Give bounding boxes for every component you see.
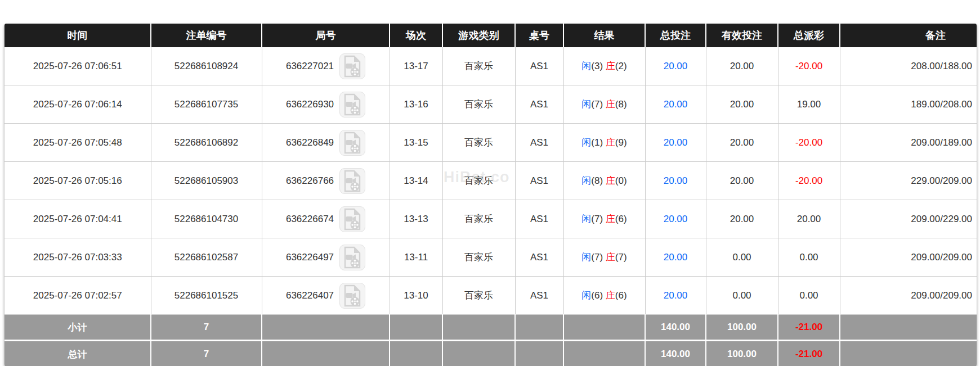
round-number-text: 636226497 — [286, 252, 334, 263]
cell-total-bet: 20.00 — [645, 238, 706, 277]
bet-record-row: 2025-07-26 07:06:51522686108924636227021… — [5, 47, 977, 85]
column-header-total_bet: 总投注 — [645, 24, 706, 47]
cell-session: 13-14 — [390, 162, 442, 200]
result-player-score: (1) — [591, 137, 603, 148]
video-replay-button[interactable] — [339, 168, 365, 194]
column-header-remark: 备注 — [840, 24, 977, 47]
result-player-label: 闲 — [581, 61, 591, 71]
cell-valid-bet: 20.00 — [706, 162, 778, 200]
result-banker-score: (2) — [615, 61, 627, 71]
cell-round-number: 636226497 — [262, 238, 390, 277]
video-file-icon — [343, 246, 362, 269]
summary-remark — [840, 341, 977, 366]
cell-valid-bet: 0.00 — [706, 277, 778, 315]
cell-table-number: AS1 — [515, 277, 563, 315]
cell-valid-bet: 20.00 — [706, 47, 778, 85]
summary-empty-session — [390, 341, 442, 366]
bet-record-row: 2025-07-26 07:05:16522686105903636226766… — [5, 162, 977, 200]
cell-remark: 229.00/209.00 — [840, 162, 977, 200]
summary-empty-result — [563, 315, 645, 341]
cell-result: 闲(6) 庄(6) — [563, 277, 645, 315]
cell-round-number: 636226766 — [262, 162, 390, 200]
summary-valid-bet: 100.00 — [706, 341, 778, 366]
video-file-icon — [343, 55, 362, 78]
summary-remark — [840, 315, 977, 341]
bet-records-table: 时间注单编号局号场次游戏类别桌号结果总投注有效投注总派彩备注 2025-07-2… — [5, 24, 977, 366]
cell-total-bet: 20.00 — [645, 200, 706, 238]
cell-round-number: 636226674 — [262, 200, 390, 238]
summary-empty-table — [515, 315, 563, 341]
cell-round-number: 636226930 — [262, 85, 390, 124]
cell-remark: 209.00/209.00 — [840, 277, 977, 315]
video-replay-button[interactable] — [339, 92, 365, 118]
bet-record-row: 2025-07-26 07:04:41522686104730636226674… — [5, 200, 977, 238]
cell-payout: -20.00 — [778, 47, 840, 85]
cell-game-type: 百家乐 — [442, 124, 515, 162]
video-replay-button[interactable] — [339, 206, 365, 232]
video-replay-button[interactable] — [339, 130, 365, 156]
column-header-game: 游戏类别 — [442, 24, 515, 47]
result-banker-label: 庄 — [606, 99, 615, 110]
cell-table-number: AS1 — [515, 162, 563, 200]
video-replay-button[interactable] — [339, 283, 365, 309]
cell-session: 13-13 — [390, 200, 442, 238]
cell-result: 闲(8) 庄(0) — [563, 162, 645, 200]
cell-bet-number: 522686107735 — [151, 85, 262, 124]
cell-payout: 20.00 — [778, 200, 840, 238]
cell-table-number: AS1 — [515, 85, 563, 124]
summary-empty-game — [442, 315, 515, 341]
round-number-text: 636226766 — [286, 175, 334, 187]
cell-game-type: 百家乐 — [442, 238, 515, 277]
cell-time: 2025-07-26 07:05:16 — [5, 162, 151, 200]
cell-time: 2025-07-26 07:05:48 — [5, 124, 151, 162]
result-banker-score: (6) — [615, 214, 627, 224]
summary-empty-session — [390, 315, 442, 341]
result-player-score: (8) — [591, 175, 603, 186]
grand-total-row: 总计7140.00100.00-21.00 — [5, 341, 977, 366]
cell-round-number: 636226407 — [262, 277, 390, 315]
video-replay-button[interactable] — [339, 53, 365, 79]
cell-payout: -20.00 — [778, 124, 840, 162]
cell-valid-bet: 20.00 — [706, 124, 778, 162]
cell-session: 13-10 — [390, 277, 442, 315]
round-number-text: 636226407 — [286, 290, 334, 301]
column-header-result: 结果 — [563, 24, 645, 47]
result-player-score: (7) — [591, 214, 603, 224]
result-banker-score: (7) — [615, 252, 627, 263]
summary-total-bet: 140.00 — [645, 341, 706, 366]
summary-payout: -21.00 — [778, 341, 840, 366]
cell-bet-number: 522686105903 — [151, 162, 262, 200]
cell-remark: 209.00/209.00 — [840, 238, 977, 277]
summary-empty-round — [262, 341, 390, 366]
result-player-label: 闲 — [581, 175, 591, 186]
cell-payout: 0.00 — [778, 238, 840, 277]
round-number-text: 636226674 — [286, 214, 334, 225]
cell-result: 闲(1) 庄(9) — [563, 124, 645, 162]
bet-record-row: 2025-07-26 07:06:14522686107735636226930… — [5, 85, 977, 124]
cell-session: 13-15 — [390, 124, 442, 162]
summary-empty-result — [563, 341, 645, 366]
cell-payout: -20.00 — [778, 162, 840, 200]
cell-table-number: AS1 — [515, 124, 563, 162]
bet-records-table-container: 时间注单编号局号场次游戏类别桌号结果总投注有效投注总派彩备注 2025-07-2… — [4, 24, 977, 366]
video-replay-button[interactable] — [339, 245, 365, 270]
result-player-label: 闲 — [581, 99, 591, 110]
result-player-score: (6) — [591, 290, 603, 301]
summary-empty-game — [442, 341, 515, 366]
cell-payout: 19.00 — [778, 85, 840, 124]
summary-count: 7 — [151, 341, 262, 366]
result-banker-label: 庄 — [606, 252, 615, 263]
cell-total-bet: 20.00 — [645, 277, 706, 315]
cell-valid-bet: 0.00 — [706, 238, 778, 277]
result-player-label: 闲 — [581, 137, 591, 148]
cell-result: 闲(3) 庄(2) — [563, 47, 645, 85]
summary-label: 总计 — [5, 341, 151, 366]
bet-record-row: 2025-07-26 07:02:57522686101525636226407… — [5, 277, 977, 315]
cell-total-bet: 20.00 — [645, 85, 706, 124]
cell-remark: 189.00/208.00 — [840, 85, 977, 124]
table-header: 时间注单编号局号场次游戏类别桌号结果总投注有效投注总派彩备注 — [5, 24, 977, 47]
cell-remark: 209.00/229.00 — [840, 200, 977, 238]
cell-game-type: 百家乐 — [442, 85, 515, 124]
cell-valid-bet: 20.00 — [706, 200, 778, 238]
result-banker-score: (9) — [615, 137, 627, 148]
